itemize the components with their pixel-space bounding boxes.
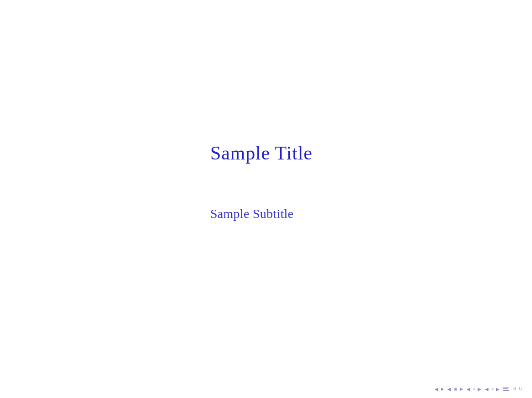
nav-menu-icon[interactable]: [502, 386, 510, 392]
nav-content-prev-arrow[interactable]: ◀: [466, 386, 471, 392]
nav-prev-slide-button[interactable]: ◀: [434, 386, 439, 392]
nav-prev-frame-group: ◀ ▣ ▶: [447, 386, 464, 392]
nav-bar: ◀ ▶ ◀ ▣ ▶ ◀ ≡ ▶ ◀ ≡ ▶ ↺ ↻: [0, 380, 532, 398]
title-block: Sample Title: [210, 142, 313, 165]
nav-prev-slide-group: ◀ ▶: [434, 386, 445, 392]
nav-loop-fwd-button[interactable]: ↻: [517, 386, 523, 392]
nav-content-prev-right[interactable]: ▶: [477, 386, 482, 392]
slide-title: Sample Title: [210, 142, 313, 165]
nav-prev-slide-arrow[interactable]: ▶: [440, 387, 445, 392]
slide-container: Sample Title Sample Subtitle ◀ ▶ ◀ ▣ ▶ ◀…: [0, 0, 532, 398]
nav-content-prev-lines[interactable]: ≡: [472, 386, 476, 392]
nav-content-next-right[interactable]: ▶: [495, 386, 500, 392]
slide-content: Sample Title Sample Subtitle: [0, 0, 532, 380]
nav-content-next-arrow[interactable]: ◀: [484, 386, 489, 392]
nav-content-prev-group: ◀ ≡ ▶: [466, 386, 482, 392]
nav-prev-frame-arrow[interactable]: ▶: [459, 387, 464, 392]
nav-loop-group: ↺ ↻: [511, 386, 523, 392]
nav-loop-back-button[interactable]: ↺: [511, 386, 517, 392]
nav-prev-frame-icon[interactable]: ▣: [453, 387, 458, 392]
nav-prev-frame-button[interactable]: ◀: [447, 386, 452, 392]
slide-subtitle: Sample Subtitle: [210, 207, 293, 221]
nav-content-next-group: ◀ ≡ ▶: [484, 386, 500, 392]
nav-content-next-lines[interactable]: ≡: [490, 386, 494, 392]
